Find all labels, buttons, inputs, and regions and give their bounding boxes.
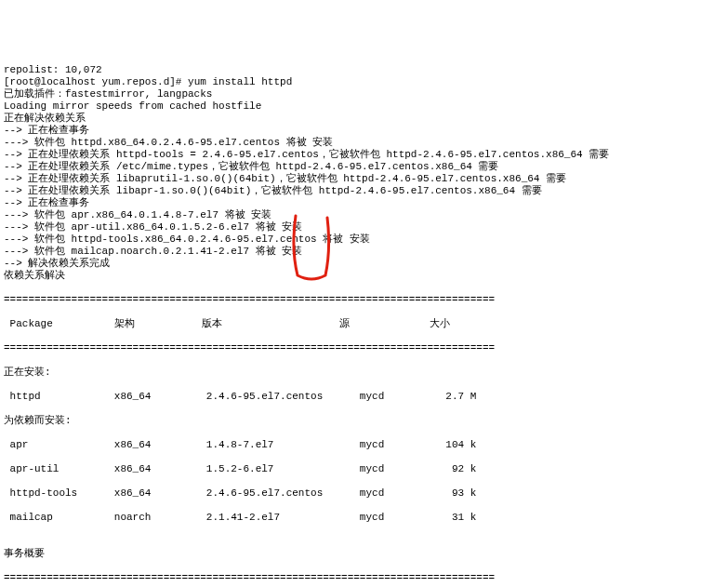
top-line-4: 正在解决依赖关系	[4, 113, 728, 125]
top-line-12: ---> 软件包 apr.x86_64.0.1.4.8-7.el7 将被 安装	[4, 209, 728, 221]
terminal-output: repolist: 10,072[root@localhost yum.repo…	[4, 52, 728, 587]
top-line-6: ---> 软件包 httpd.x86_64.0.2.4.6-95.el7.cen…	[4, 137, 728, 149]
top-line-8: --> 正在处理依赖关系 /etc/mime.types，它被软件包 httpd…	[4, 161, 728, 173]
divider-line: ========================================…	[4, 572, 728, 584]
top-line-14: ---> 软件包 httpd-tools.x86_64.0.2.4.6-95.e…	[4, 233, 728, 246]
top-line-5: --> 正在检查事务	[4, 125, 728, 137]
top-line-11: --> 正在检查事务	[4, 197, 728, 209]
top-line-9: --> 正在处理依赖关系 libaprutil-1.so.0()(64bit)，…	[4, 173, 728, 185]
divider-line: ========================================…	[4, 342, 728, 354]
trans-summary-title: 事务概要	[4, 548, 728, 560]
table-row-httpd: httpd x86_64 2.4.6-95.el7.centos mycd 2.…	[4, 391, 728, 403]
table-row-aprutil: apr-util x86_64 1.5.2-6.el7 mycd 92 k	[4, 463, 728, 475]
divider-line: ========================================…	[4, 294, 728, 306]
table-row-apr: apr x86_64 1.4.8-7.el7 mycd 104 k	[4, 439, 728, 451]
top-line-13: ---> 软件包 apr-util.x86_64.0.1.5.2-6.el7 将…	[4, 221, 728, 233]
top-line-15: ---> 软件包 mailcap.noarch.0.2.1.41-2.el7 将…	[4, 246, 728, 258]
table-row-mailcap: mailcap noarch 2.1.41-2.el7 mycd 31 k	[4, 512, 728, 524]
top-line-10: --> 正在处理依赖关系 libapr-1.so.0()(64bit)，它被软件…	[4, 185, 728, 197]
section-deps: 为依赖而安装:	[4, 415, 728, 427]
section-installing: 正在安装:	[4, 367, 728, 379]
top-line-7: --> 正在处理依赖关系 httpd-tools = 2.4.6-95.el7.…	[4, 149, 728, 161]
top-line-2: 已加载插件：fastestmirror, langpacks	[4, 88, 728, 100]
table-header: Package 架构 版本 源 大小	[4, 318, 728, 330]
top-line-18: 依赖关系解决	[4, 270, 728, 282]
top-line-3: Loading mirror speeds from cached hostfi…	[4, 100, 728, 113]
top-line-0: repolist: 10,072	[4, 64, 728, 76]
table-row-httpdtools: httpd-tools x86_64 2.4.6-95.el7.centos m…	[4, 487, 728, 500]
top-line-16: --> 解决依赖关系完成	[4, 258, 728, 270]
top-line-1: [root@localhost yum.repos.d]# yum instal…	[4, 76, 728, 88]
